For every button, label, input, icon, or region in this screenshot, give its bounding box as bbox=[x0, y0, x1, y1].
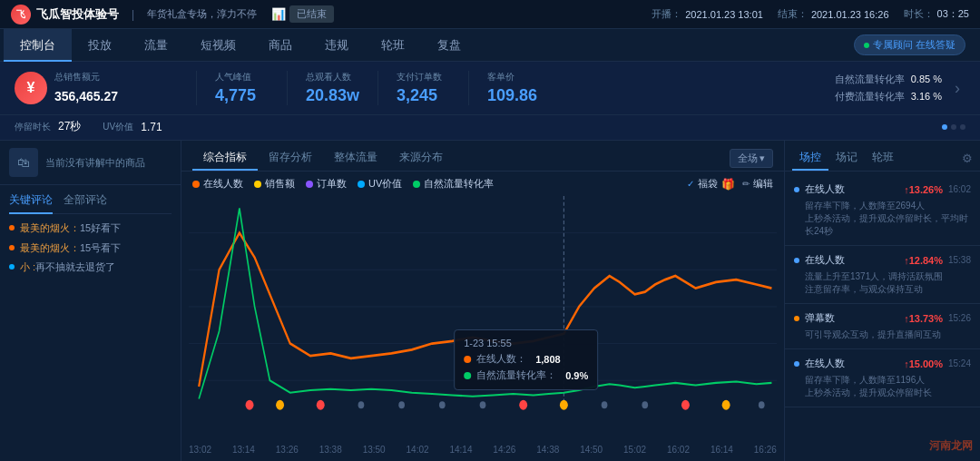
legend-edit[interactable]: ✏ 编辑 bbox=[742, 177, 773, 191]
all-field-button[interactable]: 全场 ▾ bbox=[730, 149, 773, 168]
tab-scene-control[interactable]: 场控 bbox=[792, 146, 828, 171]
comment-dot bbox=[9, 264, 15, 270]
yuan-badge: ¥ bbox=[15, 72, 47, 104]
watermark: 河南龙网 bbox=[929, 438, 973, 454]
tab-rotation[interactable]: 轮班 bbox=[865, 146, 901, 171]
metrics-section: ¥ 总销售额元 356,465.27 人气峰值 4,775 总观看人数 20.8… bbox=[0, 62, 980, 461]
xaxis-label: 14:38 bbox=[536, 445, 559, 461]
top-bar: 飞 飞瓜智投体验号 | 年货礼盒专场，淳力不停 📊 已结束 开播： 2021.0… bbox=[0, 0, 980, 29]
avg-price-val: 109.86 bbox=[487, 86, 541, 105]
legend-sales[interactable]: 销售额 bbox=[254, 177, 295, 191]
start-val: 2021.01.23 13:01 bbox=[685, 9, 763, 20]
gear-icon[interactable]: ⚙ bbox=[962, 152, 973, 165]
popularity-label: 人气峰值 bbox=[215, 71, 269, 83]
nav-item-console[interactable]: 控制台 bbox=[4, 29, 72, 62]
tab-source[interactable]: 来源分布 bbox=[388, 146, 454, 171]
comment-text: 最美的烟火：15号看下 bbox=[20, 241, 121, 255]
tab-retention[interactable]: 留存分析 bbox=[258, 146, 323, 171]
tab-all-comments[interactable]: 全部评论 bbox=[64, 192, 107, 208]
tooltip-dot-green bbox=[464, 372, 471, 379]
chevron-right-icon[interactable]: › bbox=[949, 79, 965, 98]
metric-viewers: 总观看人数 20.83w bbox=[287, 71, 377, 105]
chart-tabs: 综合指标 留存分析 整体流量 来源分布 全场 ▾ bbox=[181, 141, 784, 172]
comments-section: 关键评论 全部评论 最美的烟火：15好看下 最美的烟火：15号看下 bbox=[0, 185, 181, 461]
edit-label: 编辑 bbox=[753, 177, 773, 191]
svg-point-7 bbox=[276, 400, 284, 410]
alert-time: 15:24 bbox=[948, 358, 971, 368]
list-item: 弹幕数 ↑13.73% 15:26 可引导观众互动，提升直播间互动 bbox=[785, 304, 980, 349]
nav-item-review[interactable]: 复盘 bbox=[421, 29, 477, 62]
sales-info: 总销售额元 356,465.27 bbox=[54, 71, 118, 105]
alert-header: 在线人数 ↑12.84% 15:38 bbox=[794, 253, 971, 267]
sales-amount-main: 356,465 bbox=[54, 89, 101, 103]
bar-chart-icon: 📊 bbox=[271, 7, 286, 21]
legend-natural-rate[interactable]: 自然流量转化率 bbox=[413, 177, 494, 191]
svg-point-11 bbox=[439, 401, 446, 408]
fansbag-label: 福袋 bbox=[698, 177, 718, 191]
nav-item-goods[interactable]: 商品 bbox=[252, 29, 309, 62]
avg-price-label: 客单价 bbox=[487, 71, 541, 83]
nav-item-traffic[interactable]: 流量 bbox=[128, 29, 184, 62]
metric-avg-price: 客单价 109.86 bbox=[468, 71, 559, 105]
dot-nav-3[interactable] bbox=[960, 124, 965, 130]
list-item: 最美的烟火：15好看下 bbox=[9, 221, 172, 235]
svg-point-19 bbox=[759, 401, 765, 408]
specialist-button[interactable]: 专属顾问 在线答疑 bbox=[854, 34, 965, 55]
dot-nav-2[interactable] bbox=[951, 124, 956, 130]
nav-item-placement[interactable]: 投放 bbox=[72, 29, 128, 62]
svg-point-16 bbox=[642, 401, 648, 408]
dot-nav-1[interactable] bbox=[942, 124, 947, 130]
nav-item-short-video[interactable]: 短视频 bbox=[184, 29, 252, 62]
svg-point-10 bbox=[398, 401, 405, 408]
metrics-top: ¥ 总销售额元 356,465.27 人气峰值 4,775 总观看人数 20.8… bbox=[0, 62, 980, 115]
brand-name: 飞瓜智投体验号 bbox=[36, 6, 119, 23]
logo-icon: 飞 bbox=[11, 5, 31, 25]
legend-natural-rate-label: 自然流量转化率 bbox=[424, 177, 494, 191]
orders-label: 支付订单数 bbox=[397, 71, 450, 83]
comment-list: 最美的烟火：15好看下 最美的烟火：15号看下 小 :再不抽就去退货了 bbox=[9, 221, 172, 274]
xaxis-label: 16:26 bbox=[754, 445, 777, 461]
tab-comprehensive[interactable]: 综合指标 bbox=[192, 146, 258, 171]
xaxis-label: 16:02 bbox=[667, 445, 690, 461]
xaxis-label: 13:26 bbox=[276, 445, 299, 461]
chart-panel: 综合指标 留存分析 整体流量 来源分布 全场 ▾ 在线人数 bbox=[181, 141, 785, 461]
tab-key-comments[interactable]: 关键评论 bbox=[9, 192, 53, 208]
alert-desc: 留存率下降，人数降至2694人上秒杀活动，提升观众停留时长，平均时长24秒 bbox=[794, 200, 971, 238]
paid-rate-val: 3.16 % bbox=[911, 91, 942, 102]
watch-duration-label: 停留时长 bbox=[15, 121, 51, 133]
product-header: 🛍 当前没有讲解中的商品 bbox=[0, 141, 181, 185]
alert-change: ↑13.73% bbox=[904, 313, 943, 324]
legend-online[interactable]: 在线人数 bbox=[192, 177, 243, 191]
tab-total-traffic[interactable]: 整体流量 bbox=[323, 146, 388, 171]
tab-scene-log[interactable]: 场记 bbox=[828, 146, 865, 171]
uv-price-val: 1.71 bbox=[141, 121, 162, 133]
chart-tab-right: 全场 ▾ bbox=[730, 149, 773, 168]
xaxis-label: 13:02 bbox=[189, 445, 211, 461]
legend-uv[interactable]: UV价值 bbox=[358, 177, 402, 191]
legend-fansbag[interactable]: ✓ 福袋 🎁 bbox=[687, 177, 735, 191]
xaxis-label: 13:50 bbox=[363, 445, 386, 461]
list-item: 最美的烟火：15号看下 bbox=[9, 241, 172, 255]
product-icon: 🛍 bbox=[9, 148, 38, 177]
nav-item-violation[interactable]: 违规 bbox=[309, 29, 365, 62]
xaxis-label: 16:14 bbox=[710, 445, 733, 461]
main-content: ¥ 总销售额元 356,465.27 人气峰值 4,775 总观看人数 20.8… bbox=[0, 62, 980, 461]
nav-right: 专属顾问 在线答疑 bbox=[854, 34, 976, 55]
tooltip-rate-val: 0.9% bbox=[565, 370, 588, 381]
legend-orders[interactable]: 订单数 bbox=[306, 177, 347, 191]
right-tabs: 场控 场记 轮班 ⚙ bbox=[785, 141, 980, 172]
nav-item-shift[interactable]: 轮班 bbox=[365, 29, 421, 62]
xaxis-label: 15:02 bbox=[623, 445, 646, 461]
alert-time: 16:02 bbox=[948, 184, 971, 194]
chevron-down-icon: ▾ bbox=[760, 152, 765, 164]
comment-text: 小 :再不抽就去退货了 bbox=[20, 260, 115, 274]
brand-subtitle: 年货礼盒专场，淳力不停 bbox=[147, 7, 257, 21]
metric-orders: 支付订单数 3,245 bbox=[377, 71, 468, 105]
xaxis-label: 14:26 bbox=[493, 445, 515, 461]
tooltip-online-val: 1,808 bbox=[535, 354, 561, 365]
live-status: 📊 已结束 bbox=[271, 5, 334, 23]
natural-rate-val: 0.85 % bbox=[911, 74, 942, 84]
product-panel: 🛍 当前没有讲解中的商品 关键评论 全部评论 最美的烟火：15好看下 bbox=[0, 141, 181, 461]
alert-title: 在线人数 bbox=[805, 182, 898, 196]
list-item: 小 :再不抽就去退货了 bbox=[9, 260, 172, 274]
